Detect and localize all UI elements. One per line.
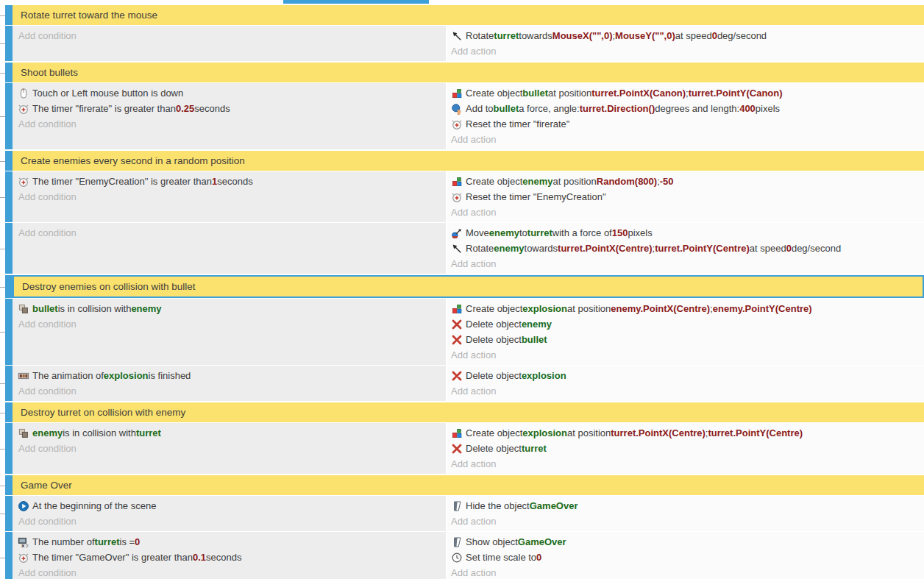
- action-line[interactable]: Hide the object GameOver: [451, 498, 924, 514]
- actions-column[interactable]: Create object enemy at position Random(8…: [447, 171, 924, 222]
- event-handle-bar[interactable]: [5, 532, 13, 579]
- comment-title[interactable]: Game Over: [13, 475, 924, 495]
- event-handle-bar[interactable]: [5, 63, 13, 82]
- action-line[interactable]: Delete object enemy: [451, 316, 924, 332]
- add-action-link[interactable]: Add action: [451, 514, 924, 529]
- event-handle-bar[interactable]: [5, 223, 13, 274]
- action-line[interactable]: Create object explosion at position enem…: [451, 301, 924, 316]
- conditions-column[interactable]: Touch or Left mouse button is downThe ti…: [13, 83, 446, 149]
- comment-title[interactable]: Create enemies every second in a random …: [13, 151, 924, 171]
- actions-column[interactable]: Hide the object GameOverAdd action: [447, 496, 924, 531]
- action-line[interactable]: Delete object explosion: [451, 368, 924, 383]
- event-handle-bar[interactable]: [5, 26, 13, 61]
- conditions-column[interactable]: At the beginning of the sceneAdd conditi…: [13, 496, 446, 531]
- event-content: bullet is in collision with enemyAdd con…: [13, 299, 924, 365]
- action-line[interactable]: Reset the timer "firerate": [451, 116, 924, 132]
- action-text-part: pixels: [628, 227, 652, 238]
- add-condition-link[interactable]: Add condition: [18, 565, 446, 579]
- condition-text-part: is in collision with: [63, 427, 136, 438]
- add-condition-link[interactable]: Add condition: [18, 225, 446, 241]
- event-handle-bar[interactable]: [5, 423, 13, 474]
- add-action-link[interactable]: Add action: [451, 43, 924, 59]
- condition-line[interactable]: At the beginning of the scene: [18, 498, 446, 514]
- action-line[interactable]: Delete object turret: [451, 441, 924, 456]
- add-condition-link[interactable]: Add condition: [18, 189, 446, 205]
- comment-title[interactable]: Destroy turret on collision with enemy: [13, 402, 924, 422]
- conditions-column[interactable]: x?The number of turret is = 0The timer "…: [13, 532, 446, 579]
- condition-line[interactable]: x?The number of turret is = 0: [18, 534, 446, 550]
- actions-column[interactable]: Create object explosion at position enem…: [447, 299, 924, 365]
- add-action-link[interactable]: Add action: [451, 132, 924, 147]
- add-action-link[interactable]: Add action: [451, 565, 924, 579]
- add-condition-link[interactable]: Add condition: [18, 28, 446, 43]
- action-text-part: enemy: [494, 243, 524, 254]
- condition-line[interactable]: bullet is in collision with enemy: [18, 301, 446, 316]
- action-line[interactable]: Create object enemy at position Random(8…: [451, 174, 924, 189]
- event-handle-bar[interactable]: [5, 402, 13, 422]
- comment-title[interactable]: Shoot bullets: [13, 63, 924, 82]
- action-line[interactable]: Create object bullet at position turret.…: [451, 85, 924, 101]
- action-line[interactable]: Delete object bullet: [451, 332, 924, 347]
- add-condition-link[interactable]: Add condition: [18, 116, 446, 132]
- conditions-column[interactable]: The animation of explosion is finishedAd…: [13, 366, 446, 401]
- condition-line[interactable]: The timer "EnemyCreation" is greater tha…: [18, 174, 446, 189]
- add-condition-link[interactable]: Add condition: [18, 441, 446, 456]
- condition-text-part: seconds: [194, 103, 230, 114]
- event-block: bullet is in collision with enemyAdd con…: [0, 299, 924, 365]
- action-line[interactable]: Reset the timer "EnemyCreation": [451, 189, 924, 205]
- condition-line[interactable]: The timer "firerate" is greater than 0.2…: [18, 101, 446, 116]
- conditions-column[interactable]: Add condition: [13, 223, 446, 274]
- condition-line[interactable]: The timer "GameOver" is greater than 0.1…: [18, 550, 446, 565]
- event-block: The animation of explosion is finishedAd…: [0, 366, 924, 401]
- add-action-link[interactable]: Add action: [451, 383, 924, 399]
- event-gutter: [0, 402, 5, 422]
- actions-column[interactable]: Create object bullet at position turret.…: [447, 83, 924, 149]
- comment-title[interactable]: Rotate turret toward the mouse: [13, 5, 924, 25]
- condition-text-part: enemy: [32, 427, 63, 438]
- actions-column[interactable]: Delete object explosionAdd action: [447, 366, 924, 401]
- add-condition-link[interactable]: Add condition: [18, 316, 446, 332]
- conditions-column[interactable]: bullet is in collision with enemyAdd con…: [13, 299, 446, 365]
- event-handle-bar[interactable]: [5, 475, 13, 495]
- event-handle-bar[interactable]: [5, 5, 13, 25]
- action-line[interactable]: Rotate enemy towards turret.PointX(Centr…: [451, 241, 924, 256]
- comment-block: Destroy enemies on collision with bullet: [0, 275, 924, 298]
- conditions-column[interactable]: enemy is in collision with turretAdd con…: [13, 423, 446, 474]
- conditions-column[interactable]: Add condition: [13, 26, 446, 61]
- actions-column[interactable]: Create object explosion at position turr…: [447, 423, 924, 474]
- action-line[interactable]: Show object GameOver: [451, 534, 924, 550]
- action-line[interactable]: Set time scale to 0: [451, 550, 924, 565]
- event-block: Add conditionRotate turret towards Mouse…: [0, 26, 924, 61]
- action-line[interactable]: Add to bullet a force, angle: turret.Dir…: [451, 101, 924, 116]
- actions-column[interactable]: Move enemy to turret with a force of 150…: [447, 223, 924, 274]
- event-handle-bar[interactable]: [5, 496, 13, 531]
- event-handle-bar[interactable]: [5, 171, 13, 222]
- comment-title[interactable]: Destroy enemies on collision with bullet: [13, 275, 924, 298]
- add-action-link[interactable]: Add action: [451, 347, 924, 363]
- action-text-part: -50: [660, 176, 674, 187]
- action-line[interactable]: Create object explosion at position turr…: [451, 425, 924, 441]
- condition-line[interactable]: enemy is in collision with turret: [18, 425, 446, 441]
- event-handle-bar[interactable]: [5, 151, 13, 171]
- condition-line[interactable]: The animation of explosion is finished: [18, 368, 446, 383]
- action-line[interactable]: Move enemy to turret with a force of 150…: [451, 225, 924, 241]
- add-condition-link[interactable]: Add condition: [18, 383, 446, 399]
- event-handle-bar[interactable]: [5, 83, 13, 149]
- event-gutter: [0, 423, 5, 474]
- action-text-part: explosion: [522, 303, 567, 314]
- action-line[interactable]: Rotate turret towards MouseX("",0);Mouse…: [451, 28, 924, 43]
- conditions-column[interactable]: The timer "EnemyCreation" is greater tha…: [13, 171, 446, 222]
- event-handle-bar[interactable]: [5, 299, 13, 365]
- add-action-link[interactable]: Add action: [451, 205, 924, 220]
- action-text-part: deg/second: [792, 243, 841, 254]
- condition-line[interactable]: Touch or Left mouse button is down: [18, 85, 446, 101]
- event-handle-bar[interactable]: [5, 275, 13, 298]
- add-action-link[interactable]: Add action: [451, 256, 924, 271]
- add-condition-link[interactable]: Add condition: [18, 514, 446, 529]
- actions-column[interactable]: Rotate turret towards MouseX("",0);Mouse…: [447, 26, 924, 61]
- add-action-link[interactable]: Add action: [451, 456, 924, 472]
- scrollbar-thumb[interactable]: [283, 0, 429, 4]
- actions-column[interactable]: Show object GameOverSet time scale to 0A…: [447, 532, 924, 579]
- event-handle-bar[interactable]: [5, 366, 13, 401]
- condition-text-part: The timer "EnemyCreation" is greater tha…: [32, 176, 212, 187]
